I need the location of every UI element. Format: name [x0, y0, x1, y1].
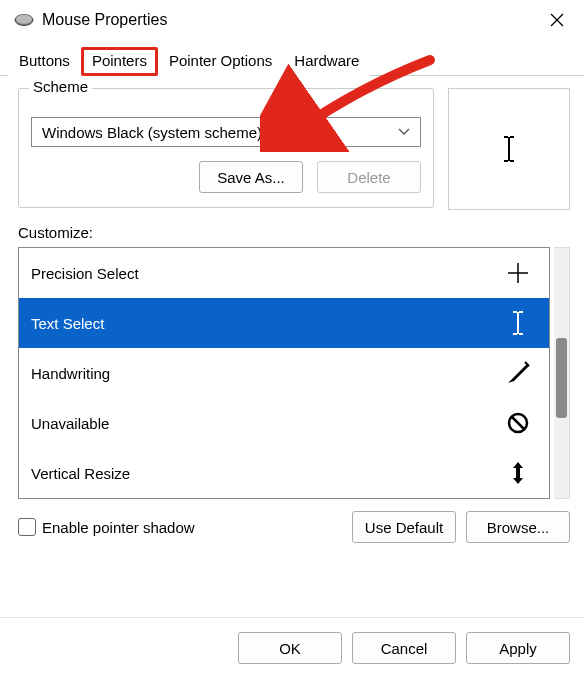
scheme-groupbox: Scheme Windows Black (system scheme) Sav… [18, 88, 434, 208]
ibeam-icon [505, 311, 531, 335]
scheme-dropdown[interactable]: Windows Black (system scheme) [31, 117, 421, 147]
browse-button[interactable]: Browse... [466, 511, 570, 543]
cursor-item-unavailable[interactable]: Unavailable [19, 398, 549, 448]
chevron-down-icon [398, 125, 410, 139]
apply-button[interactable]: Apply [466, 632, 570, 664]
use-default-button[interactable]: Use Default [352, 511, 456, 543]
cursor-item-label: Handwriting [31, 365, 110, 382]
cursor-item-text-select[interactable]: Text Select [19, 298, 549, 348]
checkbox-label: Enable pointer shadow [42, 519, 195, 536]
cursor-item-vertical-resize[interactable]: Vertical Resize [19, 448, 549, 498]
cursor-item-label: Unavailable [31, 415, 109, 432]
delete-button: Delete [317, 161, 421, 193]
enable-pointer-shadow-checkbox[interactable]: Enable pointer shadow [18, 518, 195, 536]
tab-strip: Buttons Pointers Pointer Options Hardwar… [0, 40, 584, 76]
svg-point-1 [16, 15, 32, 24]
cursor-item-handwriting[interactable]: Handwriting [19, 348, 549, 398]
window-title: Mouse Properties [42, 11, 167, 29]
cancel-button[interactable]: Cancel [352, 632, 456, 664]
cursor-list[interactable]: Precision Select Text Select Handwriting [18, 247, 550, 499]
mouse-icon [14, 13, 34, 27]
tab-pointers[interactable]: Pointers [81, 47, 158, 76]
cursor-item-label: Precision Select [31, 265, 139, 282]
save-as-button[interactable]: Save As... [199, 161, 303, 193]
no-icon [505, 411, 531, 435]
scheme-legend: Scheme [29, 78, 92, 95]
checkbox-box[interactable] [18, 518, 36, 536]
tab-pointer-options[interactable]: Pointer Options [158, 47, 283, 76]
close-button[interactable] [540, 5, 574, 36]
plus-icon [505, 261, 531, 285]
cursor-preview-box [448, 88, 570, 210]
cursor-item-precision-select[interactable]: Precision Select [19, 248, 549, 298]
ok-button[interactable]: OK [238, 632, 342, 664]
pen-icon [505, 360, 531, 386]
scrollbar-track[interactable] [554, 247, 570, 499]
cursor-item-label: Text Select [31, 315, 104, 332]
customize-label: Customize: [18, 224, 570, 241]
vresize-icon [505, 460, 531, 486]
cursor-item-label: Vertical Resize [31, 465, 130, 482]
dialog-action-bar: OK Cancel Apply [0, 617, 584, 682]
scheme-selected-value: Windows Black (system scheme) [42, 124, 262, 141]
tab-hardware[interactable]: Hardware [283, 47, 370, 76]
titlebar: Mouse Properties [0, 0, 584, 40]
tab-buttons[interactable]: Buttons [8, 47, 81, 76]
scrollbar-thumb[interactable] [556, 338, 567, 418]
ibeam-icon [503, 136, 515, 162]
